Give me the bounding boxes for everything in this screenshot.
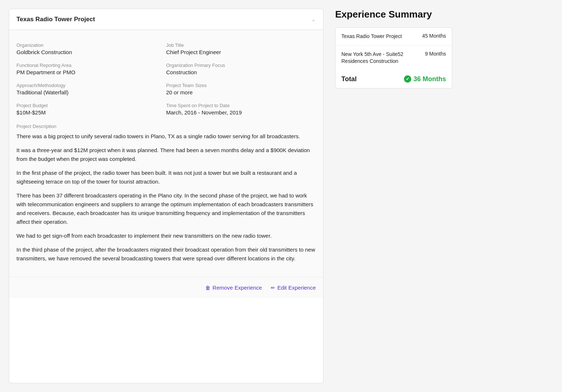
description-paragraph: There has been 37 different broadcasters… xyxy=(16,191,316,226)
functional-reporting-value: PM Department or PMO xyxy=(16,69,160,75)
summary-project-months: 45 Months xyxy=(422,33,446,39)
team-sizes-label: Project Team Sizes xyxy=(166,83,310,88)
job-title-group: Job Title Chief Project Engineer xyxy=(166,39,316,59)
project-title: Texas Radio Tower Project xyxy=(16,16,95,23)
summary-panel: Experience Summary Texas Radio Tower Pro… xyxy=(335,9,452,383)
summary-project-months: 9 Months xyxy=(425,51,446,57)
project-body: Organization Goldbrick Construction Job … xyxy=(9,30,323,277)
time-spent-label: Time Spent on Project to Date xyxy=(166,103,310,108)
budget-group: Project Budget $10M-$25M xyxy=(16,99,166,119)
project-panel: Texas Radio Tower Project ⌄ Organization… xyxy=(9,9,323,383)
team-sizes-value: 20 or more xyxy=(166,89,310,95)
edit-label: Edit Experience xyxy=(277,284,316,291)
summary-card: Texas Radio Tower Project45 MonthsNew Yo… xyxy=(335,27,452,88)
organization-value: Goldbrick Construction xyxy=(16,49,160,55)
project-description-section: Project Description There was a big proj… xyxy=(16,122,316,263)
summary-project-name: Texas Radio Tower Project xyxy=(341,33,422,40)
budget-value: $10M-$25M xyxy=(16,109,160,116)
remove-label: Remove Experience xyxy=(213,284,262,291)
summary-title: Experience Summary xyxy=(335,9,452,20)
total-months: 36 Months xyxy=(413,75,446,83)
job-title-label: Job Title xyxy=(166,42,310,48)
team-sizes-group: Project Team Sizes 20 or more xyxy=(166,79,316,99)
description-paragraph: In the third phase of the project, after… xyxy=(16,245,316,263)
time-spent-group: Time Spent on Project to Date March, 201… xyxy=(166,99,316,119)
check-icon: ✓ xyxy=(404,75,411,83)
summary-total-row: Total ✓ 36 Months xyxy=(336,70,452,88)
trash-icon: 🗑 xyxy=(205,285,210,291)
org-primary-focus-group: Organization Primary Focus Construction xyxy=(166,59,316,79)
time-spent-value: March, 2016 - November, 2019 xyxy=(166,109,310,116)
organization-group: Organization Goldbrick Construction xyxy=(16,39,166,59)
description-paragraph: In the first phase of the project, the r… xyxy=(16,169,316,186)
organization-label: Organization xyxy=(16,42,160,48)
summary-total-label: Total xyxy=(341,75,357,83)
summary-row: New York 5th Ave - Suite52 Residences Co… xyxy=(336,46,452,70)
edit-experience-button[interactable]: ✏ Edit Experience xyxy=(271,283,316,292)
project-actions: 🗑 Remove Experience ✏ Edit Experience xyxy=(9,277,323,298)
description-paragraph: We had to get sign-off from each broadca… xyxy=(16,231,316,240)
chevron-down-icon[interactable]: ⌄ xyxy=(311,16,316,22)
approach-group: Approach/Methodology Traditional (Waterf… xyxy=(16,79,166,99)
functional-reporting-label: Functional Reporting Area xyxy=(16,63,160,68)
approach-value: Traditional (Waterfall) xyxy=(16,89,160,95)
project-header: Texas Radio Tower Project ⌄ xyxy=(9,9,323,30)
pencil-icon: ✏ xyxy=(271,285,275,291)
summary-project-name: New York 5th Ave - Suite52 Residences Co… xyxy=(341,51,425,65)
org-primary-focus-label: Organization Primary Focus xyxy=(166,63,310,68)
description-paragraph: It was a three-year and $12M project whe… xyxy=(16,146,316,163)
summary-row: Texas Radio Tower Project45 Months xyxy=(336,28,452,46)
budget-label: Project Budget xyxy=(16,103,160,108)
summary-total-value: ✓ 36 Months xyxy=(404,75,446,83)
description-paragraph: There was a big project to unify several… xyxy=(16,132,316,141)
job-title-value: Chief Project Engineer xyxy=(166,49,310,55)
org-primary-focus-value: Construction xyxy=(166,69,310,75)
description-text-block: There was a big project to unify several… xyxy=(16,132,316,263)
fields-grid: Organization Goldbrick Construction Job … xyxy=(16,39,316,119)
functional-reporting-group: Functional Reporting Area PM Department … xyxy=(16,59,166,79)
description-label: Project Description xyxy=(16,124,316,129)
remove-experience-button[interactable]: 🗑 Remove Experience xyxy=(205,283,262,292)
summary-rows: Texas Radio Tower Project45 MonthsNew Yo… xyxy=(336,28,452,70)
approach-label: Approach/Methodology xyxy=(16,83,160,88)
